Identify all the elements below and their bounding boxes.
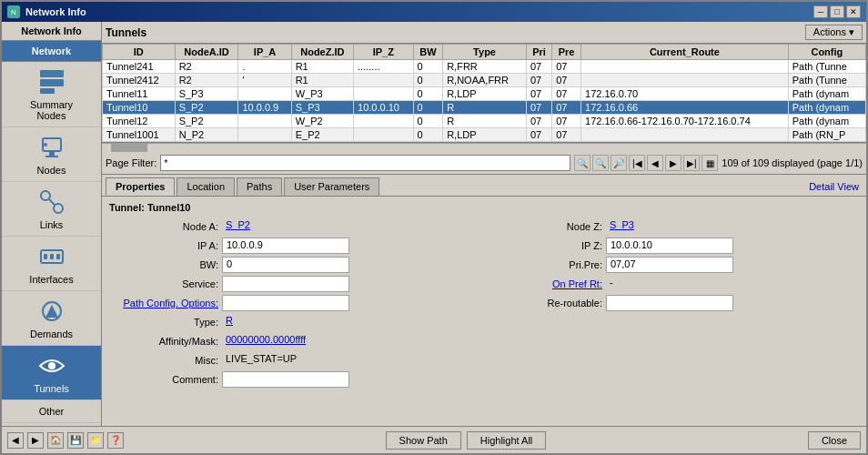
filter-nav-first[interactable]: |◀	[629, 155, 645, 171]
table-cell: R,LDP	[443, 128, 527, 142]
home-button[interactable]: 🏠	[47, 432, 64, 449]
type-value[interactable]: R	[222, 314, 349, 330]
filter-nav-last[interactable]: ▶|	[683, 155, 700, 171]
type-label: Type:	[109, 317, 218, 328]
col-config: Config	[788, 45, 865, 60]
tab-properties[interactable]: Properties	[106, 177, 175, 196]
table-cell: 0	[413, 74, 443, 87]
highlight-all-button[interactable]: Highlight All	[467, 431, 546, 450]
on-pref-rt-label[interactable]: On Pref Rt:	[493, 278, 602, 289]
bw-label: BW:	[109, 259, 218, 270]
table-row[interactable]: Tunnel12S_P2W_P20R0707172.16.0.66-172.16…	[103, 115, 866, 128]
ip-z-label: IP Z:	[493, 240, 602, 251]
sidebar-item-tunnels[interactable]: Tunnels	[2, 346, 101, 400]
col-nodea: NodeA.ID	[175, 45, 238, 60]
table-cell: R,FRR	[443, 60, 527, 74]
table-cell: Path (Tunne	[788, 60, 865, 74]
sidebar-item-summary[interactable]: SummaryNodes	[2, 62, 101, 127]
sidebar-item-links[interactable]: Links	[2, 182, 101, 237]
comment-label: Comment:	[109, 374, 218, 385]
ip-a-value: 10.0.0.9	[222, 238, 349, 254]
bottom-center: Show Path Highlight All	[386, 431, 547, 450]
sidebar-item-nodes[interactable]: Nodes	[2, 127, 101, 182]
filter-zoom-out-icon[interactable]: 🔎	[611, 155, 627, 171]
show-path-button[interactable]: Show Path	[386, 431, 461, 450]
col-type: Type	[443, 45, 527, 60]
filter-grid-icon[interactable]: ▦	[701, 155, 718, 171]
node-a-label: Node A:	[109, 221, 218, 232]
tunnels-icon	[37, 351, 66, 380]
table-row[interactable]: Tunnel2412R2'R10R,NOAA,FRR0707Path (Tunn…	[103, 74, 866, 87]
re-routable-value	[606, 295, 733, 311]
col-pre: Pre	[552, 45, 581, 60]
table-row[interactable]: Tunnel11S_P3W_P30R,LDP0707172.16.0.70Pat…	[103, 87, 866, 101]
horizontal-scrollbar[interactable]	[102, 143, 866, 152]
summary-icon	[37, 67, 66, 96]
table-cell: Tunnel10	[103, 101, 176, 115]
table-row[interactable]: Tunnel10S_P210.0.0.9S_P310.0.0.100R07071…	[103, 101, 866, 115]
table-cell	[581, 74, 789, 87]
ip-a-label: IP A:	[109, 240, 218, 251]
table-cell: Tunnel11	[103, 87, 176, 101]
tab-paths[interactable]: Paths	[237, 177, 282, 196]
filter-input[interactable]	[160, 155, 570, 171]
forward-button[interactable]: ▶	[27, 432, 44, 449]
nodes-label: Nodes	[37, 165, 66, 176]
window-title: Network Info	[25, 6, 86, 17]
comment-value	[222, 371, 349, 388]
table-row[interactable]: Tunnel1001N_P2E_P20R,LDP0707Path (RN_P	[103, 128, 866, 142]
misc-value: LIVE_STAT=UP	[222, 352, 349, 369]
help-button[interactable]: ❓	[107, 432, 124, 449]
back-button[interactable]: ◀	[7, 432, 24, 449]
demands-icon	[37, 297, 66, 326]
sidebar-item-demands[interactable]: Demands	[2, 291, 101, 346]
tunnels-label: Tunnels	[34, 383, 69, 394]
table-cell: 172.16.0.66	[581, 101, 789, 115]
maximize-button[interactable]: □	[830, 5, 844, 18]
tab-user-parameters[interactable]: User Parameters	[284, 177, 379, 196]
table-row[interactable]: Tunnel241R2.R1........0R,FRR0707Path (Tu…	[103, 60, 866, 74]
table-cell: Tunnel2412	[103, 74, 176, 87]
toolbar-row: Tunnels Actions ▾	[102, 22, 866, 44]
table-cell: Path (dynam	[788, 87, 865, 101]
filter-zoom-in-icon[interactable]: 🔍	[592, 155, 609, 171]
table-cell: 172.16.0.70	[581, 87, 789, 101]
export-button[interactable]: 📁	[87, 432, 104, 449]
misc-row: Misc: LIVE_STAT=UP	[109, 352, 475, 369]
tab-location[interactable]: Location	[177, 177, 235, 196]
node-z-row: Node Z: S_P3	[493, 218, 859, 235]
filter-nav-prev[interactable]: ◀	[647, 155, 663, 171]
svg-point-16	[48, 362, 56, 369]
right-fields: Node Z: S_P3 IP Z: 10.0.0.10 Pri.Pre: 07…	[493, 218, 859, 388]
sidebar-item-interfaces[interactable]: Interfaces	[2, 237, 101, 291]
path-config-label[interactable]: Path Config. Options:	[109, 298, 218, 308]
table-cell	[238, 87, 291, 101]
on-pref-rt-row: On Pref Rt: -	[493, 276, 859, 292]
minimize-button[interactable]: ─	[813, 5, 828, 18]
table-cell: 07	[552, 115, 581, 128]
svg-point-7	[41, 191, 50, 200]
network-label[interactable]: Network	[2, 41, 101, 62]
actions-button[interactable]: Actions ▾	[805, 25, 863, 40]
sidebar: Network Info Network SummaryNodes	[2, 22, 102, 426]
tunnel-name: Tunnel10	[147, 202, 190, 213]
affinity-value[interactable]: 00000000.0000ffff	[222, 333, 349, 349]
tunnels-table-container: ID NodeA.ID IP_A NodeZ.ID IP_Z BW Type P…	[102, 44, 866, 143]
title-bar: N Network Info ─ □ ✕	[2, 2, 866, 22]
filter-search-icon[interactable]: 🔍	[574, 155, 590, 171]
node-z-value[interactable]: S_P3	[606, 218, 733, 235]
sidebar-item-other[interactable]: Other	[2, 400, 101, 423]
table-cell: S_P3	[291, 101, 353, 115]
close-window-button[interactable]: ✕	[846, 5, 861, 18]
detail-view-button[interactable]: Detail View	[805, 179, 863, 194]
tabs-row: Properties Location Paths User Parameter…	[102, 175, 866, 197]
node-a-value[interactable]: S_P2	[222, 218, 349, 235]
bottom-left: ◀ ▶ 🏠 💾 📁 ❓	[7, 432, 124, 449]
content-area: Tunnels Actions ▾ ID NodeA.ID IP_A NodeZ…	[102, 22, 866, 426]
filter-nav-next[interactable]: ▶	[665, 155, 681, 171]
fields-layout: Node A: S_P2 IP A: 10.0.0.9 BW: 0	[109, 218, 859, 388]
save-button[interactable]: 💾	[67, 432, 84, 449]
svg-point-6	[44, 143, 47, 147]
close-button[interactable]: Close	[808, 431, 861, 450]
table-cell: 0	[413, 60, 443, 74]
